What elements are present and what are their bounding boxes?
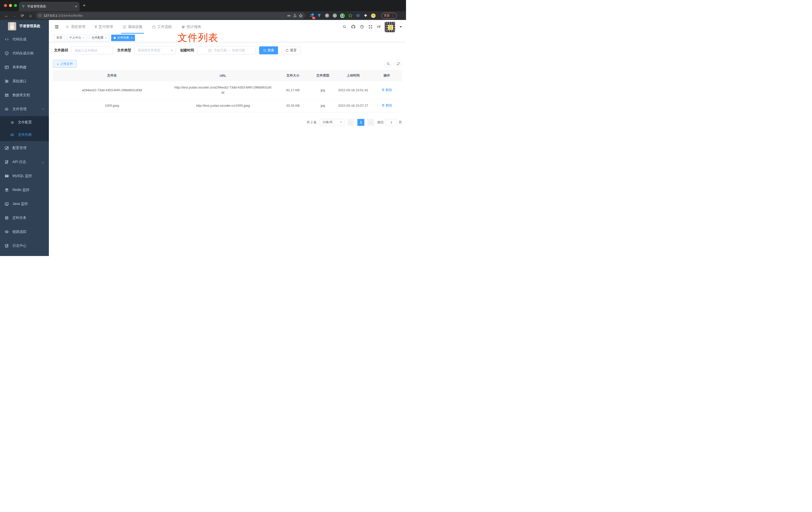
- share-icon[interactable]: [293, 14, 297, 18]
- top-menu-infrastructure[interactable]: 基础设施: [122, 20, 142, 34]
- start-date-placeholder[interactable]: 开始日期: [214, 48, 227, 53]
- new-tab-button[interactable]: +: [83, 3, 86, 8]
- sidebar-item-redis-monitor[interactable]: Redis 监控: [0, 183, 49, 197]
- sidebar-item-code-gen[interactable]: 代码生成: [0, 32, 49, 47]
- code-icon: [4, 37, 9, 42]
- font-size-icon[interactable]: тT: [377, 25, 381, 29]
- sidebar-item-db-doc[interactable]: 数据库文档: [0, 88, 49, 102]
- sidebar-item-form-builder[interactable]: 表单构建: [0, 60, 49, 74]
- upload-file-button[interactable]: + 上传文件: [53, 60, 77, 68]
- reset-button[interactable]: 重置: [282, 47, 300, 54]
- checkbox-icon: [122, 25, 126, 29]
- search-button[interactable]: 搜索: [259, 47, 278, 54]
- file-type-select[interactable]: 请选择文件类型: [135, 47, 176, 54]
- monitor-icon: [4, 202, 9, 206]
- date-separator: -: [229, 49, 230, 52]
- close-icon[interactable]: ×: [131, 36, 133, 40]
- extension-star-icon[interactable]: [348, 13, 352, 18]
- table-row[interactable]: a294ecb2-73dd-4353-bf40-296b8931d0bf htt…: [53, 81, 402, 99]
- tag-file-list[interactable]: 文件列表×: [111, 35, 135, 41]
- url-text: 127.0.0.1:1024/infra/file/file: [44, 14, 285, 18]
- date-range-picker[interactable]: 开始日期 - 结束日期: [197, 47, 256, 54]
- extension-grey-dot-icon[interactable]: [332, 13, 337, 18]
- chevron-down-icon: [171, 50, 173, 51]
- forward-icon[interactable]: →: [10, 13, 19, 18]
- search-icon: [263, 49, 266, 52]
- sidebar-group-file-management[interactable]: 文件管理: [0, 102, 49, 116]
- home-icon[interactable]: ⌂: [26, 13, 34, 18]
- close-icon[interactable]: ×: [83, 36, 85, 40]
- tab-title: 芋道管理系统: [27, 4, 73, 9]
- back-icon[interactable]: ←: [2, 13, 10, 18]
- top-menu-workflow[interactable]: 工作流程: [152, 20, 172, 34]
- site-info-icon[interactable]: [38, 14, 42, 18]
- delete-button[interactable]: 删除: [382, 87, 392, 92]
- cell-url: http://test.yudao.iocoder.cn/1000.jpeg: [171, 99, 275, 112]
- extension-y-icon[interactable]: Y: [340, 13, 345, 18]
- avatar-caret-down-icon[interactable]: [400, 26, 402, 28]
- sidebar-item-tracing[interactable]: 链路追踪: [0, 225, 49, 239]
- sidebar-item-system-api[interactable]: 系统接口: [0, 74, 49, 88]
- sidebar-item-file-list[interactable]: 文件列表: [0, 129, 49, 141]
- top-menu-system[interactable]: 系统管理: [65, 20, 85, 34]
- extensions-puzzle-icon[interactable]: [364, 13, 368, 18]
- sidebar-item-code-demo[interactable]: 代码生成示例: [0, 47, 49, 60]
- extension-kite-icon[interactable]: [317, 13, 321, 18]
- toggle-search-button[interactable]: [384, 60, 392, 67]
- password-key-icon[interactable]: [287, 14, 291, 18]
- close-window-button[interactable]: [4, 4, 7, 7]
- extension-eye-icon[interactable]: [356, 13, 360, 18]
- goto-page-input[interactable]: [386, 119, 397, 126]
- top-menu: 系统管理 ¥ 支付管理 基础设施 工作流程: [65, 20, 201, 34]
- sidebar-item-mysql-monitor[interactable]: MySQL 监控: [0, 169, 49, 183]
- tag-home[interactable]: 首页: [54, 35, 65, 41]
- address-bar[interactable]: 127.0.0.1:1024/infra/file/file: [36, 12, 305, 19]
- sidebar-item-config-management[interactable]: 配置管理: [0, 141, 49, 155]
- note-edit-icon: [4, 244, 9, 248]
- search-icon[interactable]: [342, 25, 347, 29]
- sidebar-group-api-log[interactable]: API 日志: [0, 155, 49, 169]
- page-size-select[interactable]: 10条/页: [320, 119, 344, 126]
- sidebar-item-java-monitor[interactable]: Java 监控: [0, 197, 49, 211]
- sidebar-item-file-config[interactable]: 文件配置: [0, 116, 49, 129]
- refresh-table-button[interactable]: [395, 60, 402, 67]
- fullscreen-icon[interactable]: [368, 25, 373, 29]
- extension-command-icon[interactable]: ⌘: [325, 13, 329, 18]
- page-1-button[interactable]: 1: [357, 119, 364, 126]
- table-toolbar: + 上传文件: [53, 60, 402, 68]
- tag-file-config[interactable]: 文件配置×: [89, 35, 109, 41]
- file-path-field[interactable]: [71, 47, 113, 54]
- zoom-window-button[interactable]: [14, 4, 17, 7]
- top-menu-reports[interactable]: 统计报表: [181, 20, 201, 34]
- table-row[interactable]: 1000.jpeg http://test.yudao.iocoder.cn/1…: [53, 99, 402, 112]
- sidebar-logo[interactable]: 芋道管理系统: [0, 20, 49, 32]
- github-icon[interactable]: [351, 24, 356, 29]
- sidebar-item-log-center[interactable]: 日志中心: [0, 239, 49, 253]
- top-menu-payment[interactable]: ¥ 支付管理: [95, 20, 113, 34]
- col-url: URL: [171, 70, 275, 81]
- browser-update-button[interactable]: 更新 ⋮: [381, 13, 397, 19]
- prev-page-button[interactable]: ‹: [347, 119, 354, 126]
- close-icon[interactable]: ×: [105, 36, 107, 40]
- end-date-placeholder[interactable]: 结束日期: [232, 48, 245, 53]
- tag-profile[interactable]: 个人中心×: [67, 35, 87, 41]
- tab-close-icon[interactable]: ×: [75, 4, 77, 8]
- delete-button[interactable]: 删除: [382, 103, 392, 108]
- minimize-window-button[interactable]: [9, 4, 12, 7]
- browser-tab[interactable]: 芋道管理系统 ×: [19, 2, 80, 11]
- calendar-icon: [208, 49, 212, 52]
- next-page-button[interactable]: ›: [367, 119, 374, 126]
- trash-icon: [382, 104, 385, 107]
- help-icon[interactable]: [360, 25, 364, 29]
- profile-emoji-icon[interactable]: ㅂ: [371, 13, 376, 18]
- shield-check-icon: [4, 51, 9, 56]
- avatar-qr[interactable]: [385, 22, 395, 32]
- reload-icon[interactable]: ⟳: [19, 13, 26, 18]
- extension-tabs-icon[interactable]: 11: [309, 13, 314, 18]
- eye-icon: [4, 230, 9, 234]
- browser-menu-dots-icon[interactable]: ⋮: [391, 14, 394, 18]
- sidebar-item-scheduled-tasks[interactable]: 定时任务: [0, 211, 49, 225]
- collapse-sidebar-icon[interactable]: [52, 23, 61, 31]
- bookmark-star-icon[interactable]: [299, 14, 303, 18]
- file-path-input[interactable]: [75, 49, 110, 52]
